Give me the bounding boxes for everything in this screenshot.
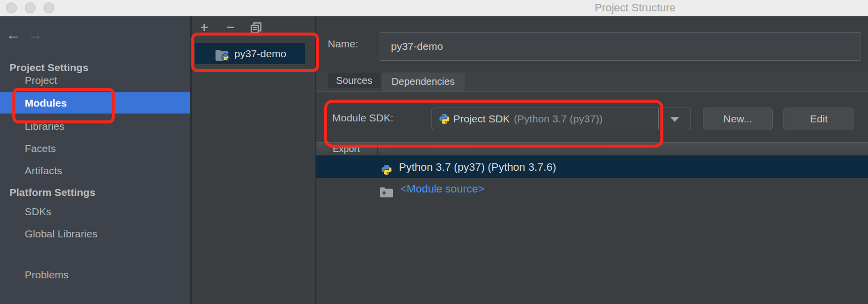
sidebar-item-sdks[interactable]: SDKs <box>0 201 190 222</box>
settings-sidebar: ← → Project Settings Project Modules Lib… <box>0 16 190 304</box>
module-editor-panel: Name: py37-demo Sources Dependencies Mod… <box>316 16 868 304</box>
new-sdk-button[interactable]: New... <box>703 108 773 130</box>
module-source-folder-icon <box>380 184 393 205</box>
copy-icon[interactable] <box>251 22 262 36</box>
dependency-label: Python 3.7 (py37) (Python 3.7.6) <box>399 156 556 178</box>
dependency-label: <Module source> <box>400 178 484 200</box>
sidebar-item-problems[interactable]: Problems <box>0 264 190 285</box>
sdk-value-secondary: (Python 3.7 (py37)) <box>514 113 603 124</box>
back-arrow-icon[interactable]: ← <box>6 27 21 42</box>
edit-sdk-button[interactable]: Edit <box>783 108 854 130</box>
dependency-row-python-sdk[interactable]: Python 3.7 (py37) (Python 3.7.6) <box>316 156 868 178</box>
close-window-icon[interactable] <box>6 2 17 13</box>
sidebar-item-artifacts[interactable]: Artifacts <box>0 160 190 181</box>
dependency-row-module-source[interactable]: <Module source> <box>316 178 868 200</box>
module-list-item-py37-demo[interactable]: py37-demo <box>195 43 305 64</box>
sidebar-item-project[interactable]: Project <box>0 70 190 91</box>
module-folder-python-icon <box>215 47 230 69</box>
sidebar-divider <box>9 253 183 253</box>
python-icon <box>438 113 450 127</box>
dependencies-table-header: Export <box>316 142 868 156</box>
window-title: Project Structure <box>595 1 676 14</box>
sidebar-item-global-libraries[interactable]: Global Libraries <box>0 223 190 244</box>
tab-strip-underline <box>316 91 868 92</box>
maximize-window-icon[interactable] <box>43 2 54 13</box>
column-divider[interactable] <box>377 144 378 154</box>
name-label: Name: <box>328 38 358 50</box>
module-sdk-label: Module SDK: <box>332 112 393 124</box>
dropdown-separator <box>658 108 659 129</box>
module-list-panel: + − py37-demo <box>192 16 315 304</box>
add-icon[interactable]: + <box>200 21 208 35</box>
remove-icon[interactable]: − <box>226 21 234 35</box>
chevron-down-icon[interactable] <box>670 117 679 122</box>
tab-dependencies[interactable]: Dependencies <box>382 73 465 92</box>
module-sdk-dropdown[interactable]: Project SDK(Python 3.7 (py37)) <box>432 108 691 130</box>
project-structure-dialog: Project Structure ← → Project Settings P… <box>0 0 868 304</box>
sidebar-item-facets[interactable]: Facets <box>0 138 190 159</box>
sidebar-item-modules[interactable]: Modules <box>0 92 190 114</box>
window-titlebar: Project Structure <box>0 0 868 16</box>
sidebar-header-platform-settings: Platform Settings <box>0 182 190 203</box>
sidebar-item-libraries[interactable]: Libraries <box>0 115 190 137</box>
module-item-label: py37-demo <box>234 43 286 64</box>
tab-sources[interactable]: Sources <box>328 73 381 88</box>
export-column-header: Export <box>333 143 360 155</box>
forward-arrow-icon[interactable]: → <box>28 27 43 42</box>
module-name-input[interactable]: py37-demo <box>380 32 861 61</box>
sdk-value-primary: Project SDK <box>453 113 510 124</box>
module-name-value: py37-demo <box>391 40 443 52</box>
minimize-window-icon[interactable] <box>25 2 36 13</box>
